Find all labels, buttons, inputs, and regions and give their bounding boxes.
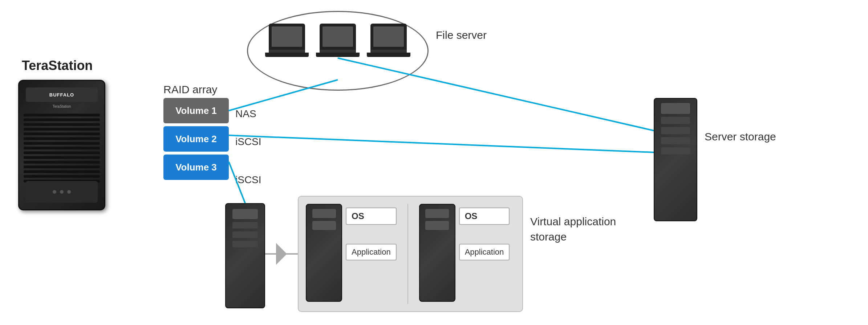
app-badge-2: Application <box>459 244 510 260</box>
os-badge-1: OS <box>346 207 397 225</box>
virt-labels-1: OS Application <box>346 204 397 260</box>
ts-sublabel: TeraStation <box>53 104 71 108</box>
diagram-container: TeraStation BUFFALO TeraStation <box>0 0 868 325</box>
buffalo-logo: BUFFALO <box>49 92 74 98</box>
iscsi-label-1: iSCSI <box>235 136 261 148</box>
server-storage-device <box>654 98 697 221</box>
virtual-app-storage-label: Virtual application storage <box>530 214 616 244</box>
os-badge-2: OS <box>459 207 510 225</box>
server-storage-label: Server storage <box>705 131 776 143</box>
virtual-app-inner: OS Application OS Application <box>306 204 515 304</box>
computers-group <box>247 11 429 91</box>
raid-array-label: RAID array <box>163 83 217 96</box>
virtual-app-container: OS Application OS Application <box>298 196 523 312</box>
terastation-device: BUFFALO TeraStation <box>18 80 113 218</box>
virt-tower-2 <box>419 204 455 302</box>
file-server-label: File server <box>436 29 487 41</box>
nas-label: NAS <box>235 108 256 120</box>
volume-2-box: Volume 2 <box>163 126 229 152</box>
computers-icons <box>265 24 410 57</box>
laptop-icon-3 <box>367 24 410 57</box>
svg-line-2 <box>229 135 654 152</box>
virt-tower-1 <box>306 204 342 302</box>
laptop-icon-1 <box>265 24 309 57</box>
laptop-icon-2 <box>316 24 360 57</box>
terastation-label: TeraStation <box>22 58 93 73</box>
svg-marker-4 <box>276 243 287 265</box>
virt-labels-2: OS Application <box>459 204 510 260</box>
app-badge-1: Application <box>346 244 397 260</box>
iscsi-label-2: iSCSI <box>235 174 261 186</box>
volume-3-box: Volume 3 <box>163 155 229 180</box>
volume-1-box: Volume 1 <box>163 98 229 123</box>
iscsi-server <box>225 203 265 308</box>
volumes-container: Volume 1 Volume 2 Volume 3 <box>163 98 229 183</box>
